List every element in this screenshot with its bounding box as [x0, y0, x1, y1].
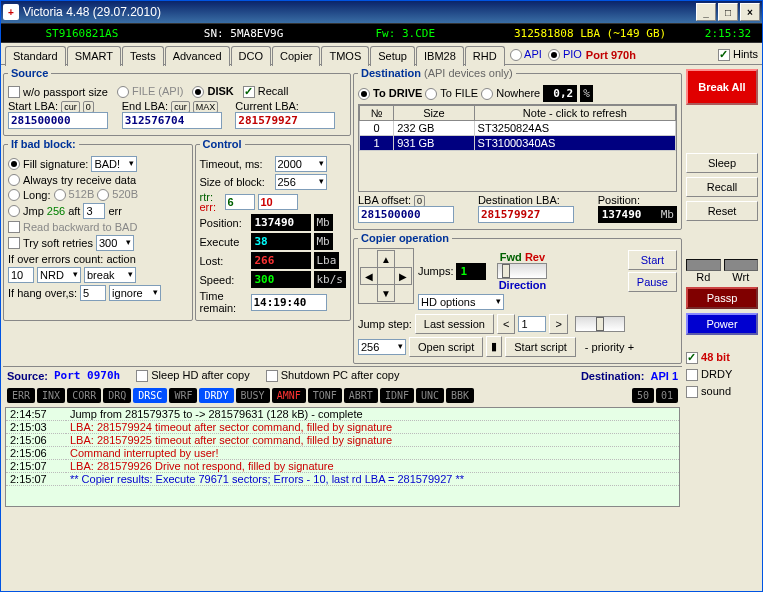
maximize-button[interactable]: □ [718, 3, 738, 21]
tab-copier[interactable]: Copier [272, 46, 320, 66]
spin-up-button[interactable]: > [549, 314, 567, 334]
tab-standard[interactable]: Standard [5, 46, 66, 66]
dest-port: API 1 [650, 370, 678, 382]
arrow-left-icon[interactable]: ◀ [360, 267, 378, 285]
tab-dco[interactable]: DCO [231, 46, 271, 66]
jmp-radio[interactable] [8, 205, 20, 217]
arrow-right-icon[interactable]: ▶ [394, 267, 412, 285]
lost-lcd: 266 [251, 252, 311, 269]
drive-model: ST9160821AS [5, 27, 159, 40]
speed-lcd: 300 [251, 271, 311, 288]
sleep-hd-check[interactable] [136, 370, 148, 382]
tab-tests[interactable]: Tests [122, 46, 164, 66]
shutdown-check[interactable] [266, 370, 278, 382]
tab-tmos[interactable]: TMOS [321, 46, 369, 66]
bad-block-group: If bad block: Fill signature: BAD! Alway… [3, 138, 193, 321]
side-buttons: Break All Sleep Recall Reset Rd Wrt Pass… [684, 67, 760, 509]
err-count [258, 194, 298, 210]
try-soft-check[interactable] [8, 237, 20, 249]
break-all-button[interactable]: Break All [686, 69, 758, 105]
tag-err: ERR [7, 388, 35, 403]
direction-slider[interactable] [497, 263, 547, 279]
always-radio[interactable] [8, 174, 20, 186]
to-drive-radio[interactable] [358, 88, 370, 100]
fill-sig-dropdown[interactable]: BAD! [91, 156, 137, 172]
tab-setup[interactable]: Setup [370, 46, 415, 66]
hang-input[interactable] [80, 285, 106, 301]
hang-action-dropdown[interactable]: ignore [109, 285, 161, 301]
to-file-radio[interactable] [425, 88, 437, 100]
spin-input[interactable] [518, 316, 546, 332]
power-button[interactable]: Power [686, 313, 758, 335]
over-count-input[interactable] [8, 267, 34, 283]
destination-table[interactable]: №SizeNote - click to refresh0232 GBST325… [359, 105, 676, 151]
log-panel[interactable]: 2:14:57Jump from 281579375 to -> 2815796… [5, 407, 680, 507]
jump-step-dropdown[interactable]: 256 [358, 339, 406, 355]
tab-advanced[interactable]: Advanced [165, 46, 230, 66]
recall-check[interactable] [243, 86, 255, 98]
priority-slider[interactable] [575, 316, 625, 332]
file-api-radio[interactable] [117, 86, 129, 98]
tag-corr: CORR [67, 388, 101, 403]
tab-smart[interactable]: SMART [67, 46, 121, 66]
destination-group: Destination (API devices only) To DRIVE … [353, 67, 682, 230]
last-session-button[interactable]: Last session [415, 314, 494, 334]
disk-radio[interactable] [192, 86, 204, 98]
start-button[interactable]: Start [628, 250, 677, 270]
lba-offset-input[interactable] [358, 206, 454, 223]
wo-passport-check[interactable] [8, 86, 20, 98]
pct-lcd: 0,2 [543, 85, 577, 102]
tab-ibm28[interactable]: IBM28 [416, 46, 464, 66]
tag-abrt: ABRT [344, 388, 378, 403]
aft-input[interactable] [83, 203, 105, 219]
table-row[interactable]: 0232 GBST3250824AS [360, 121, 676, 136]
sleep-button[interactable]: Sleep [686, 153, 758, 173]
soft-retries-dropdown[interactable]: 300 [96, 235, 134, 251]
start-script-button[interactable]: Start script [505, 337, 576, 357]
direction-arrows[interactable]: ▲ ▼ ◀ ▶ [358, 248, 414, 304]
pause-button[interactable]: Pause [628, 272, 677, 292]
tab-rhd[interactable]: RHD [465, 46, 505, 66]
minimize-button[interactable]: _ [696, 3, 716, 21]
titlebar[interactable]: + Victoria 4.48 (29.07.2010) _ □ × [1, 1, 762, 23]
tag-wrf: WRF [169, 388, 197, 403]
over-dev-dropdown[interactable]: NRD [37, 267, 81, 283]
arrow-down-icon[interactable]: ▼ [377, 284, 395, 302]
counter-b: 01 [656, 388, 678, 403]
long-radio[interactable] [8, 189, 20, 201]
48bit-check[interactable] [686, 352, 698, 364]
reset-button[interactable]: Reset [686, 201, 758, 221]
api-radio[interactable] [510, 49, 522, 61]
recall-button[interactable]: Recall [686, 177, 758, 197]
elapsed-time: 2:15:32 [698, 27, 758, 40]
close-button[interactable]: × [740, 3, 760, 21]
bad-block-legend: If bad block: [8, 138, 79, 150]
remain-display [251, 294, 327, 311]
current-lba-input[interactable] [235, 112, 335, 129]
control-legend: Control [200, 138, 245, 150]
passp-button[interactable]: Passp [686, 287, 758, 309]
log-row: 2:15:06LBA: 281579925 timeout after sect… [6, 434, 679, 447]
script-toggle-button[interactable]: ▮ [486, 336, 502, 357]
sound-check[interactable] [686, 386, 698, 398]
drdy-check[interactable] [686, 369, 698, 381]
dest-lba-input[interactable] [478, 206, 574, 223]
table-row[interactable]: 1931 GBST31000340AS [360, 136, 676, 151]
spin-down-button[interactable]: < [497, 314, 515, 334]
nowhere-radio[interactable] [481, 88, 493, 100]
start-lba-input[interactable] [8, 112, 108, 129]
timeout-dropdown[interactable]: 2000 [275, 156, 327, 172]
pio-radio[interactable] [548, 49, 560, 61]
hd-options-dropdown[interactable]: HD options [418, 294, 504, 310]
fill-sig-radio[interactable] [8, 158, 20, 170]
source-port: Port 0970h [54, 369, 120, 382]
over-action-dropdown[interactable]: break [84, 267, 136, 283]
block-dropdown[interactable]: 256 [275, 174, 327, 190]
log-row: 2:15:07LBA: 281579926 Drive not respond,… [6, 460, 679, 473]
open-script-button[interactable]: Open script [409, 337, 483, 357]
end-lba-input[interactable] [122, 112, 222, 129]
drive-lba: 312581808 LBA (~149 GB) [490, 27, 690, 40]
arrow-up-icon[interactable]: ▲ [377, 250, 395, 268]
rtr-input[interactable] [225, 194, 255, 210]
hints-check[interactable] [718, 49, 730, 61]
